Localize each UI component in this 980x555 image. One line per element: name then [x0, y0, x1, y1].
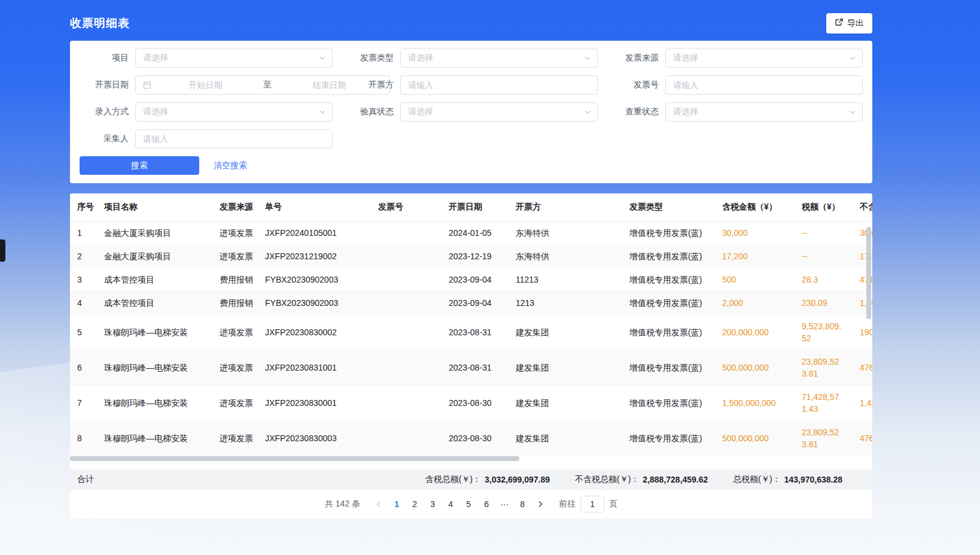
- verify-status-select[interactable]: 请选择: [400, 102, 598, 122]
- page-button-4[interactable]: 4: [442, 496, 459, 512]
- cell-source: 费用报销: [212, 292, 258, 315]
- filter-label-invoice-source: 发票来源: [610, 53, 659, 63]
- cell-issuer: 1213: [509, 292, 622, 315]
- cell-date: 2023-08-31: [442, 315, 509, 350]
- cell-project: 金融大厦采购项目: [97, 245, 212, 268]
- cell-amount_incl: 17,200: [715, 245, 795, 268]
- page-button-3[interactable]: 3: [424, 496, 442, 512]
- cell-invoice_no: [371, 245, 442, 268]
- cell-invoice_no: [371, 222, 442, 245]
- filter-field-verify-status: 验真状态请选择: [345, 102, 610, 122]
- invoice-no-input[interactable]: [665, 75, 863, 95]
- cell-no: 7: [70, 386, 97, 421]
- page-button-5[interactable]: 5: [459, 496, 477, 512]
- page-button-2[interactable]: 2: [406, 496, 424, 512]
- cell-order_no: JXFP20231219002: [258, 245, 371, 268]
- select-placeholder: 请选择: [408, 107, 433, 117]
- date-range-separator: 至: [260, 80, 275, 90]
- table-row[interactable]: 5珠穆朗玛峰—电梯安装进项发票JXFP202308300022023-08-31…: [70, 315, 872, 350]
- column-header-amount_incl: 含税金额（¥）: [715, 193, 795, 222]
- table-row[interactable]: 6珠穆朗玛峰—电梯安装进项发票JXFP202308310012023-08-31…: [70, 350, 872, 386]
- filter-label-issuer: 开票方: [345, 80, 394, 90]
- page-button-1[interactable]: 1: [388, 496, 406, 512]
- table-row[interactable]: 1金融大厦采购项目进项发票JXFP202401050012024-01-05东海…: [70, 222, 872, 245]
- cell-issuer: 建发集团: [509, 315, 622, 350]
- cell-tax: 9,523,809.52: [795, 315, 853, 350]
- vertical-scrollbar[interactable]: [866, 227, 871, 319]
- select-placeholder: 请选择: [408, 53, 433, 63]
- pagination: 共 142 条 123456···8 前往 页: [70, 490, 872, 518]
- search-button[interactable]: 搜索: [80, 156, 199, 175]
- cell-order_no: FYBX20230902003: [258, 292, 371, 315]
- page-button-8[interactable]: 8: [513, 496, 531, 512]
- goto-page-input[interactable]: [580, 496, 604, 512]
- column-header-no: 序号: [70, 193, 97, 222]
- cell-type: 增值税专用发票(蓝): [622, 315, 715, 350]
- horizontal-scrollbar[interactable]: [70, 456, 519, 461]
- page-button-6[interactable]: 6: [477, 496, 495, 512]
- table-row[interactable]: 4成本管控项目费用报销FYBX202309020032023-09-041213…: [70, 292, 872, 315]
- cell-issuer: 建发集团: [509, 421, 622, 456]
- cell-amount_incl: 2,000: [715, 292, 795, 315]
- main-container: 收票明细表 导出 项目请选择发票类型请选择发票来源请选择开票日期至开票方发票号录…: [70, 0, 872, 518]
- table-row[interactable]: 8珠穆朗玛峰—电梯安装进项发票JXFP202308300032023-08-30…: [70, 421, 872, 456]
- cell-project: 珠穆朗玛峰—电梯安装: [97, 421, 212, 456]
- issuer-text-input[interactable]: [408, 80, 591, 90]
- collector-input[interactable]: [135, 129, 333, 148]
- start-date-input[interactable]: [151, 80, 260, 90]
- cell-order_no: FYBX20230902003: [258, 268, 371, 292]
- summary-item-value: 143,970,638.28: [784, 475, 842, 484]
- drawer-handle[interactable]: [0, 239, 5, 262]
- summary-row: 合计 含税总额(￥)：3,032,699,097.89不含税总额(￥)：2,88…: [70, 469, 872, 490]
- filter-label-project: 项目: [80, 53, 129, 63]
- cell-no: 8: [70, 421, 97, 456]
- cell-tax: 230.09: [795, 292, 853, 315]
- export-button[interactable]: 导出: [826, 13, 872, 34]
- cell-issuer: 建发集团: [509, 386, 622, 421]
- cell-amount_incl: 500,000,000: [715, 350, 795, 386]
- export-icon: [835, 18, 844, 29]
- filter-label-verify-status: 验真状态: [345, 107, 394, 117]
- prev-page-button[interactable]: [370, 496, 388, 512]
- filter-field-project: 项目请选择: [80, 48, 345, 68]
- cell-source: 进项发票: [212, 315, 258, 350]
- next-page-button[interactable]: [531, 496, 549, 512]
- filter-label-invoice-date: 开票日期: [80, 80, 129, 90]
- filter-field-invoice-type: 发票类型请选择: [345, 48, 610, 68]
- cell-type: 增值税专用发票(蓝): [622, 268, 715, 292]
- table-row[interactable]: 3成本管控项目费用报销FYBX202309020032023-09-041121…: [70, 268, 872, 292]
- cell-tax: --: [795, 222, 853, 245]
- table-row[interactable]: 7珠穆朗玛峰—电梯安装进项发票JXFP202308300012023-08-30…: [70, 386, 872, 421]
- calendar-icon: [143, 81, 151, 89]
- table-header-row: 序号项目名称发票来源单号发票号开票日期开票方发票类型含税金额（¥）税额（¥）不含…: [70, 193, 872, 222]
- invoice-table: 序号项目名称发票来源单号发票号开票日期开票方发票类型含税金额（¥）税额（¥）不含…: [70, 193, 872, 456]
- duplicate-status-select[interactable]: 请选择: [665, 102, 863, 122]
- cell-amount_excl: 1,428,571,428.57: [853, 386, 872, 421]
- column-header-date: 开票日期: [442, 193, 509, 222]
- column-header-issuer: 开票方: [509, 193, 622, 222]
- cell-no: 4: [70, 292, 97, 315]
- cell-date: 2023-08-30: [442, 421, 509, 456]
- column-header-tax: 税额（¥）: [795, 193, 853, 222]
- chevron-down-icon: [319, 108, 326, 116]
- table-row[interactable]: 2金融大厦采购项目进项发票JXFP202312190022023-12-19东海…: [70, 245, 872, 268]
- collector-text-input[interactable]: [143, 134, 326, 144]
- clear-search-link[interactable]: 清空搜索: [214, 160, 247, 171]
- invoice-no-text-input[interactable]: [673, 80, 856, 90]
- cell-amount_excl: 476,190,476.19: [853, 350, 872, 386]
- invoice-type-select[interactable]: 请选择: [400, 48, 598, 68]
- invoice-source-select[interactable]: 请选择: [665, 48, 863, 68]
- summary-item-label: 不含税总额(￥)：: [575, 474, 639, 485]
- cell-invoice_no: [371, 268, 442, 292]
- cell-type: 增值税专用发票(蓝): [622, 222, 715, 245]
- filter-grid: 项目请选择发票类型请选择发票来源请选择开票日期至开票方发票号录入方式请选择验真状…: [80, 48, 863, 148]
- project-select[interactable]: 请选择: [135, 48, 333, 68]
- page-ellipsis[interactable]: ···: [495, 496, 513, 512]
- goto-label: 前往: [559, 499, 576, 509]
- chevron-down-icon: [849, 54, 856, 62]
- pagination-total: 共 142 条: [325, 499, 360, 509]
- entry-method-select[interactable]: 请选择: [135, 102, 333, 122]
- summary-total-label: 合计: [77, 474, 94, 485]
- cell-order_no: JXFP20230830001: [258, 386, 371, 421]
- issuer-input[interactable]: [400, 75, 598, 95]
